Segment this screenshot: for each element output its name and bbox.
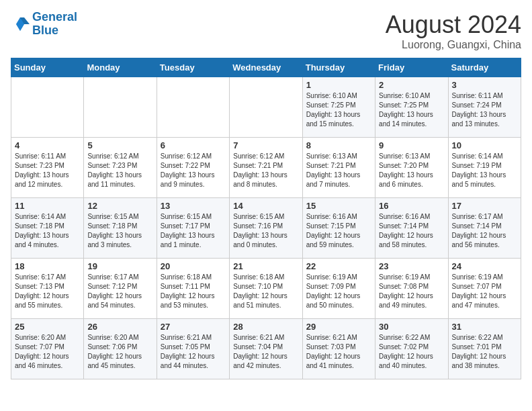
calendar-cell: [11, 77, 84, 138]
calendar-week-row: 4Sunrise: 6:11 AM Sunset: 7:23 PM Daylig…: [11, 138, 521, 198]
logo: General Blue: [11, 11, 77, 38]
day-number: 30: [379, 322, 444, 332]
day-number: 18: [15, 261, 80, 271]
day-number: 21: [233, 261, 298, 271]
day-info: Sunrise: 6:19 AM Sunset: 7:09 PM Dayligh…: [306, 273, 371, 310]
calendar-cell: 13Sunrise: 6:15 AM Sunset: 7:17 PM Dayli…: [157, 198, 229, 259]
day-info: Sunrise: 6:15 AM Sunset: 7:16 PM Dayligh…: [233, 212, 298, 250]
calendar-cell: 8Sunrise: 6:13 AM Sunset: 7:21 PM Daylig…: [302, 138, 375, 198]
day-number: 16: [379, 201, 444, 211]
calendar-cell: 28Sunrise: 6:21 AM Sunset: 7:04 PM Dayli…: [230, 319, 302, 379]
day-info: Sunrise: 6:16 AM Sunset: 7:14 PM Dayligh…: [379, 212, 444, 250]
weekday-header-wednesday: Wednesday: [230, 58, 302, 77]
weekday-header-sunday: Sunday: [11, 58, 84, 77]
day-number: 23: [379, 261, 444, 271]
day-info: Sunrise: 6:10 AM Sunset: 7:25 PM Dayligh…: [379, 91, 444, 129]
calendar-week-row: 25Sunrise: 6:20 AM Sunset: 7:07 PM Dayli…: [11, 319, 521, 379]
calendar-cell: 30Sunrise: 6:22 AM Sunset: 7:02 PM Dayli…: [375, 319, 448, 379]
month-title: August 2024: [386, 11, 521, 39]
day-info: Sunrise: 6:22 AM Sunset: 7:01 PM Dayligh…: [452, 333, 517, 371]
day-number: 20: [161, 261, 226, 271]
day-number: 8: [306, 140, 371, 150]
day-number: 25: [15, 322, 80, 332]
weekday-header-monday: Monday: [84, 58, 157, 77]
weekday-header-friday: Friday: [375, 58, 448, 77]
calendar-cell: 10Sunrise: 6:14 AM Sunset: 7:19 PM Dayli…: [448, 138, 521, 198]
weekday-header-tuesday: Tuesday: [157, 58, 229, 77]
day-info: Sunrise: 6:19 AM Sunset: 7:08 PM Dayligh…: [379, 273, 444, 310]
calendar-table: SundayMondayTuesdayWednesdayThursdayFrid…: [11, 58, 521, 379]
calendar-cell: 1Sunrise: 6:10 AM Sunset: 7:25 PM Daylig…: [302, 77, 375, 138]
calendar-cell: 15Sunrise: 6:16 AM Sunset: 7:15 PM Dayli…: [302, 198, 375, 259]
day-number: 1: [306, 80, 371, 90]
calendar-cell: 17Sunrise: 6:17 AM Sunset: 7:14 PM Dayli…: [448, 198, 521, 259]
day-info: Sunrise: 6:16 AM Sunset: 7:15 PM Dayligh…: [306, 212, 371, 250]
day-info: Sunrise: 6:20 AM Sunset: 7:07 PM Dayligh…: [15, 333, 80, 371]
day-number: 9: [379, 140, 444, 150]
day-number: 19: [87, 261, 152, 271]
logo-text: General Blue: [32, 11, 77, 38]
day-info: Sunrise: 6:11 AM Sunset: 7:23 PM Dayligh…: [15, 152, 80, 189]
day-info: Sunrise: 6:17 AM Sunset: 7:13 PM Dayligh…: [15, 273, 80, 310]
day-number: 13: [161, 201, 226, 211]
day-info: Sunrise: 6:17 AM Sunset: 7:14 PM Dayligh…: [452, 212, 517, 250]
day-number: 11: [15, 201, 80, 211]
logo-line1: General: [32, 10, 77, 24]
day-info: Sunrise: 6:12 AM Sunset: 7:21 PM Dayligh…: [233, 152, 298, 189]
day-number: 4: [15, 140, 80, 150]
day-number: 28: [233, 322, 298, 332]
day-info: Sunrise: 6:18 AM Sunset: 7:10 PM Dayligh…: [233, 273, 298, 310]
day-number: 31: [452, 322, 517, 332]
day-number: 27: [161, 322, 226, 332]
calendar-cell: 16Sunrise: 6:16 AM Sunset: 7:14 PM Dayli…: [375, 198, 448, 259]
calendar-cell: 3Sunrise: 6:11 AM Sunset: 7:24 PM Daylig…: [448, 77, 521, 138]
day-info: Sunrise: 6:10 AM Sunset: 7:25 PM Dayligh…: [306, 91, 371, 129]
calendar-cell: 14Sunrise: 6:15 AM Sunset: 7:16 PM Dayli…: [230, 198, 302, 259]
day-number: 7: [233, 140, 298, 150]
calendar-cell: 29Sunrise: 6:21 AM Sunset: 7:03 PM Dayli…: [302, 319, 375, 379]
day-info: Sunrise: 6:14 AM Sunset: 7:18 PM Dayligh…: [15, 212, 80, 250]
day-number: 2: [379, 80, 444, 90]
day-info: Sunrise: 6:12 AM Sunset: 7:22 PM Dayligh…: [161, 152, 226, 189]
calendar-cell: 27Sunrise: 6:21 AM Sunset: 7:05 PM Dayli…: [157, 319, 229, 379]
calendar-cell: 23Sunrise: 6:19 AM Sunset: 7:08 PM Dayli…: [375, 259, 448, 319]
calendar-cell: 12Sunrise: 6:15 AM Sunset: 7:18 PM Dayli…: [84, 198, 157, 259]
calendar-cell: 2Sunrise: 6:10 AM Sunset: 7:25 PM Daylig…: [375, 77, 448, 138]
day-number: 26: [87, 322, 152, 332]
day-info: Sunrise: 6:17 AM Sunset: 7:12 PM Dayligh…: [87, 273, 152, 310]
day-info: Sunrise: 6:22 AM Sunset: 7:02 PM Dayligh…: [379, 333, 444, 371]
day-number: 22: [306, 261, 371, 271]
day-number: 15: [306, 201, 371, 211]
day-info: Sunrise: 6:15 AM Sunset: 7:18 PM Dayligh…: [87, 212, 152, 250]
day-info: Sunrise: 6:11 AM Sunset: 7:24 PM Dayligh…: [452, 91, 517, 129]
day-info: Sunrise: 6:12 AM Sunset: 7:23 PM Dayligh…: [87, 152, 152, 189]
logo-icon: [11, 15, 30, 34]
day-number: 29: [306, 322, 371, 332]
weekday-header-saturday: Saturday: [448, 58, 521, 77]
day-number: 17: [452, 201, 517, 211]
calendar-cell: [230, 77, 302, 138]
calendar-cell: 18Sunrise: 6:17 AM Sunset: 7:13 PM Dayli…: [11, 259, 84, 319]
calendar-cell: 6Sunrise: 6:12 AM Sunset: 7:22 PM Daylig…: [157, 138, 229, 198]
calendar-cell: 24Sunrise: 6:19 AM Sunset: 7:07 PM Dayli…: [448, 259, 521, 319]
calendar-cell: 5Sunrise: 6:12 AM Sunset: 7:23 PM Daylig…: [84, 138, 157, 198]
day-info: Sunrise: 6:13 AM Sunset: 7:20 PM Dayligh…: [379, 152, 444, 189]
calendar-cell: 19Sunrise: 6:17 AM Sunset: 7:12 PM Dayli…: [84, 259, 157, 319]
day-number: 14: [233, 201, 298, 211]
day-info: Sunrise: 6:15 AM Sunset: 7:17 PM Dayligh…: [161, 212, 226, 250]
day-info: Sunrise: 6:13 AM Sunset: 7:21 PM Dayligh…: [306, 152, 371, 189]
day-info: Sunrise: 6:21 AM Sunset: 7:04 PM Dayligh…: [233, 333, 298, 371]
logo-line2: Blue: [32, 24, 58, 37]
calendar-week-row: 1Sunrise: 6:10 AM Sunset: 7:25 PM Daylig…: [11, 77, 521, 138]
calendar-cell: 21Sunrise: 6:18 AM Sunset: 7:10 PM Dayli…: [230, 259, 302, 319]
day-number: 24: [452, 261, 517, 271]
day-number: 3: [452, 80, 517, 90]
day-number: 5: [87, 140, 152, 150]
calendar-header: SundayMondayTuesdayWednesdayThursdayFrid…: [11, 58, 521, 77]
day-info: Sunrise: 6:19 AM Sunset: 7:07 PM Dayligh…: [452, 273, 517, 310]
calendar-cell: 25Sunrise: 6:20 AM Sunset: 7:07 PM Dayli…: [11, 319, 84, 379]
calendar-body: 1Sunrise: 6:10 AM Sunset: 7:25 PM Daylig…: [11, 77, 521, 379]
calendar-cell: [84, 77, 157, 138]
calendar-week-row: 18Sunrise: 6:17 AM Sunset: 7:13 PM Dayli…: [11, 259, 521, 319]
calendar-cell: 11Sunrise: 6:14 AM Sunset: 7:18 PM Dayli…: [11, 198, 84, 259]
